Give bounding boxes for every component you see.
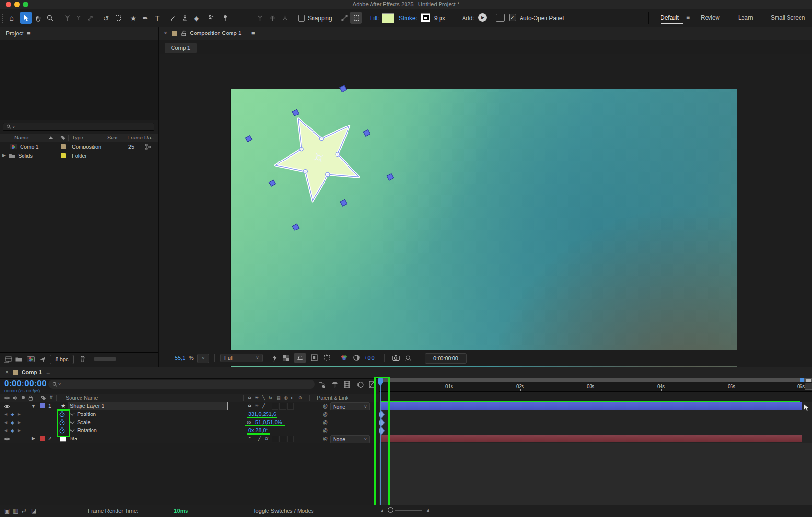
timeline-zoom-track[interactable] — [395, 510, 422, 511]
selection-handle[interactable] — [245, 135, 252, 142]
motion-blur-icon[interactable] — [356, 381, 364, 388]
expand-layer-switches-icon[interactable]: ▣ — [4, 507, 10, 514]
expand-transfer-controls-icon[interactable]: ▥ — [13, 507, 18, 514]
expand-in-out-panes-icon[interactable]: ⇄ — [22, 507, 26, 514]
source-name-column-header[interactable]: Source Name — [66, 395, 98, 401]
new-folder-icon[interactable] — [15, 357, 22, 362]
track-row[interactable] — [379, 418, 812, 427]
project-search-input[interactable]: ˅ — [3, 123, 154, 131]
workspace-tab-default[interactable]: Default — [661, 14, 679, 21]
magnification-dropdown[interactable]: ˅ — [197, 354, 209, 363]
switch-cell[interactable] — [272, 403, 278, 410]
property-pickwhip-icon[interactable]: @ — [323, 427, 328, 433]
view-axis-mode-button[interactable] — [279, 12, 290, 24]
label-color-chip[interactable] — [61, 144, 66, 149]
column-size[interactable]: Size — [107, 135, 117, 140]
constrain-proportions-link-icon[interactable]: ∞ — [247, 419, 251, 425]
property-name[interactable]: Scale — [77, 419, 91, 425]
render-time-pane-icon[interactable]: ◪ — [31, 507, 36, 514]
collapse-switch[interactable]: ☀ — [255, 403, 259, 408]
magnification-value[interactable]: 55,1 — [175, 355, 185, 361]
property-pickwhip-icon[interactable]: @ — [323, 411, 328, 417]
workspace-menu-icon[interactable]: ≡ — [686, 14, 690, 20]
stroke-color-swatch[interactable] — [421, 13, 430, 22]
comp-mini-flowchart-icon[interactable] — [319, 381, 326, 388]
dolly-camera-tool[interactable] — [84, 12, 96, 24]
zoom-tool[interactable] — [45, 12, 56, 24]
toolbar-drag-handle[interactable] — [2, 14, 3, 23]
quality-switch[interactable]: ╱ — [258, 436, 261, 441]
quality-switch[interactable]: ╱ — [262, 403, 265, 408]
selection-tool[interactable] — [20, 12, 32, 24]
thumbnail-size-slider[interactable] — [94, 357, 116, 361]
label-color-chip[interactable] — [61, 153, 66, 158]
mask-visibility-toggle[interactable] — [294, 353, 306, 363]
property-name[interactable]: Position — [77, 411, 96, 417]
switch-cell[interactable] — [279, 403, 286, 410]
clone-stamp-tool[interactable] — [179, 12, 190, 24]
effects-switch[interactable]: fx — [265, 436, 268, 441]
workspace-tab-small-screen[interactable]: Small Screen — [771, 14, 805, 21]
column-name[interactable]: Name — [14, 135, 28, 140]
hand-tool[interactable] — [33, 12, 44, 24]
switch-cell[interactable] — [287, 403, 294, 410]
property-value[interactable]: 331,0,251,6 — [248, 411, 276, 417]
orbit-camera-tool[interactable] — [61, 12, 73, 24]
selection-handle[interactable] — [269, 180, 276, 187]
project-panel-menu-icon[interactable]: ≡ — [27, 30, 31, 36]
close-tab-icon[interactable]: × — [164, 30, 167, 36]
switch-cell[interactable] — [279, 436, 286, 442]
layer-name-box[interactable]: Shape Layer 1 — [68, 402, 228, 410]
toggle-switches-modes-button[interactable]: Toggle Switches / Modes — [231, 508, 336, 514]
item-name[interactable]: Comp 1 — [20, 144, 39, 149]
puppet-pin-tool[interactable] — [220, 12, 231, 24]
workspace-tab-learn[interactable]: Learn — [738, 14, 753, 21]
snap-along-edges-icon[interactable] — [338, 12, 350, 24]
selection-handle[interactable] — [340, 199, 347, 207]
workspace-tab-review[interactable]: Review — [701, 14, 719, 21]
reset-exposure-icon[interactable] — [353, 354, 360, 361]
next-keyframe-icon[interactable]: ▶ — [18, 428, 21, 433]
switch-cell[interactable] — [272, 436, 278, 442]
comp-marker-bin[interactable] — [805, 383, 812, 390]
rotation-tool[interactable]: ↺ — [100, 12, 112, 24]
selection-handle[interactable] — [292, 224, 300, 231]
layer-duration-bar-shape[interactable] — [381, 402, 802, 410]
shy-switch[interactable]: ≏ — [248, 436, 252, 441]
comp-viewer-tab[interactable]: Comp 1 — [165, 43, 197, 53]
transparency-grid-icon[interactable] — [283, 355, 289, 361]
property-pickwhip-icon[interactable]: @ — [323, 419, 328, 425]
next-keyframe-icon[interactable]: ▶ — [18, 420, 21, 425]
time-ruler[interactable]: 01s 02s 03s 04s 05s 06s — [379, 382, 812, 392]
prev-keyframe-icon[interactable]: ◀ — [4, 412, 7, 416]
trash-icon[interactable] — [80, 356, 86, 363]
add-shape-button[interactable]: ▶ — [478, 13, 487, 22]
composition-tab-title[interactable]: Composition Comp 1 — [190, 30, 241, 36]
layer-label-chip[interactable] — [40, 436, 45, 441]
timeline-tab-title[interactable]: Comp 1 — [22, 369, 42, 375]
preview-time-display[interactable]: 0:00:00:00 — [425, 353, 467, 364]
keyframe-toggle-icon[interactable]: ◆ — [11, 412, 14, 417]
expand-chevron-icon[interactable]: ▶ — [2, 153, 6, 158]
selection-handle[interactable] — [363, 129, 371, 137]
keyframe-toggle-icon[interactable]: ◆ — [11, 428, 14, 433]
draft-3d-icon[interactable] — [331, 381, 338, 388]
zoom-out-mountain-icon[interactable]: ▲ — [380, 508, 384, 513]
selection-handle[interactable] — [386, 173, 394, 181]
show-snapshot-icon[interactable] — [405, 355, 412, 361]
camera-tool[interactable] — [112, 12, 124, 24]
current-time-display[interactable]: 0:00:00:00 — [4, 379, 46, 389]
world-axis-mode-button[interactable] — [267, 12, 278, 24]
snap-to-features-icon[interactable] — [350, 12, 362, 24]
composition-canvas[interactable] — [231, 89, 737, 373]
keyframe-toggle-icon[interactable]: ◆ — [11, 420, 14, 425]
next-keyframe-icon[interactable]: ▶ — [18, 412, 21, 416]
home-button[interactable]: ⌂ — [6, 12, 17, 24]
track-row[interactable] — [379, 426, 812, 435]
stroke-label[interactable]: Stroke: — [399, 15, 417, 22]
column-frame-rate[interactable]: Frame Ra.. — [128, 135, 154, 140]
track-row[interactable] — [379, 410, 812, 419]
timeline-scrollbar-thumb[interactable] — [806, 379, 811, 382]
prev-keyframe-icon[interactable]: ◀ — [4, 420, 7, 425]
work-area-end-handle[interactable] — [800, 378, 804, 382]
